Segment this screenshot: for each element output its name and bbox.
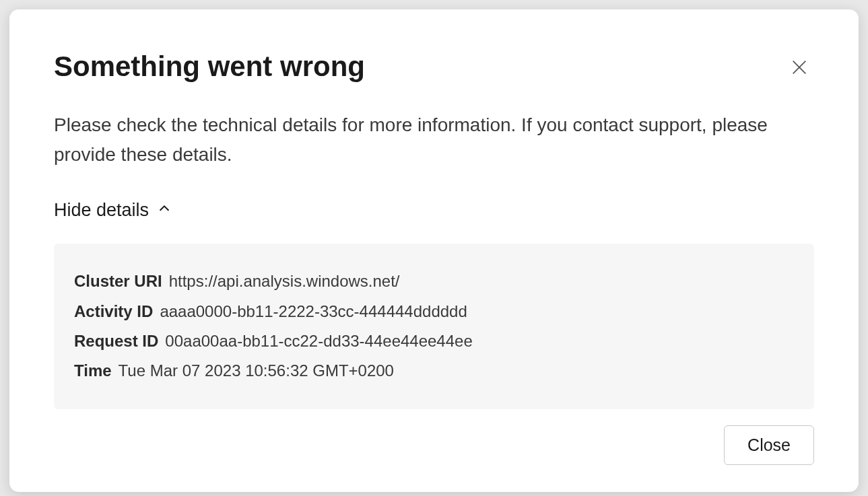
close-button[interactable]: Close bbox=[724, 425, 814, 465]
detail-row-request-id: Request ID 00aa00aa-bb11-cc22-dd33-44ee4… bbox=[74, 326, 794, 356]
dialog-header: Something went wrong bbox=[54, 50, 814, 83]
details-toggle-label: Hide details bbox=[54, 200, 149, 221]
detail-value: Tue Mar 07 2023 10:56:32 GMT+0200 bbox=[119, 356, 394, 386]
detail-value: 00aa00aa-bb11-cc22-dd33-44ee44ee44ee bbox=[165, 326, 472, 356]
detail-value: aaaa0000-bb11-2222-33cc-444444dddddd bbox=[160, 297, 467, 326]
close-icon[interactable] bbox=[784, 52, 814, 82]
detail-label: Time bbox=[74, 356, 112, 386]
dialog-title: Something went wrong bbox=[54, 50, 365, 83]
details-panel: Cluster URI https://api.analysis.windows… bbox=[54, 244, 814, 409]
detail-row-time: Time Tue Mar 07 2023 10:56:32 GMT+0200 bbox=[74, 356, 794, 386]
detail-value: https://api.analysis.windows.net/ bbox=[169, 267, 400, 296]
dialog-message: Please check the technical details for m… bbox=[54, 110, 768, 169]
detail-label: Request ID bbox=[74, 326, 158, 356]
chevron-up-icon bbox=[157, 200, 172, 221]
detail-label: Activity ID bbox=[74, 297, 153, 326]
error-dialog: Something went wrong Please check the te… bbox=[9, 9, 859, 492]
detail-row-cluster-uri: Cluster URI https://api.analysis.windows… bbox=[74, 267, 794, 296]
dialog-footer: Close bbox=[54, 425, 814, 465]
detail-label: Cluster URI bbox=[74, 267, 162, 296]
details-toggle[interactable]: Hide details bbox=[54, 200, 814, 221]
detail-row-activity-id: Activity ID aaaa0000-bb11-2222-33cc-4444… bbox=[74, 297, 794, 326]
